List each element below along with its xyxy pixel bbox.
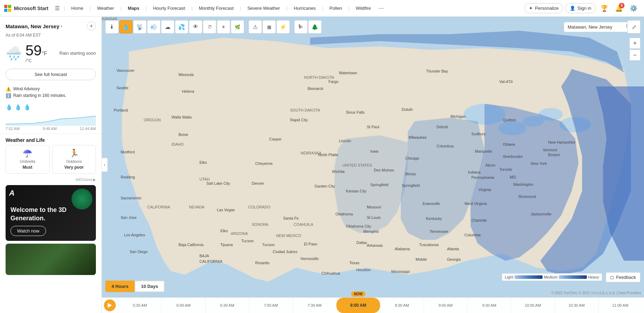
uv-tool-btn[interactable]: ☀ (217, 20, 230, 33)
nav-weather[interactable]: Weather (93, 3, 118, 13)
umbrella-value: Must (23, 165, 32, 170)
map-background (102, 17, 644, 313)
weather-icon: 🌧️ (6, 46, 22, 61)
alert-wind: ⚠️ Wind Advisory (6, 86, 96, 92)
nav-hurricanes[interactable]: Hurricanes (290, 3, 319, 13)
map-container: ‹ Vancouver (102, 17, 644, 313)
visibility-tool-btn[interactable]: 👁 (189, 20, 202, 33)
4hours-btn[interactable]: 4 Hours (105, 281, 135, 292)
nav-pollen[interactable]: Pollen (326, 3, 346, 13)
timeline-slot-530[interactable]: 5:30 AM (118, 298, 161, 313)
dew-tool-btn[interactable]: 🌿 (231, 20, 244, 33)
humidity-tool-btn[interactable]: 💦 (175, 20, 188, 33)
sign-in-label: Sign in (577, 6, 591, 11)
zoom-out-btn[interactable]: − (629, 49, 641, 61)
precip-graph-area (6, 112, 96, 126)
personalize-label: Personalize (535, 6, 559, 11)
location-chevron-icon: › (61, 24, 62, 29)
timeline-slot-830[interactable]: 8:30 AM (380, 298, 424, 313)
pressure-tool-btn[interactable]: ⏱ (203, 20, 216, 33)
feedback-label: Feedback (616, 275, 636, 280)
notification-badge: 5 (619, 3, 624, 8)
trophy-icon-btn[interactable]: 🏆 (598, 2, 611, 15)
timeline-slot-600[interactable]: 6:00 AM (161, 298, 205, 313)
warning-tool-btn[interactable]: ⚠ (249, 20, 262, 33)
watch-now-button[interactable]: Watch now (10, 226, 46, 236)
logo-text: Microsoft Start (14, 6, 48, 11)
section-weather-life-title: Weather and Life (0, 133, 101, 145)
timeline-slot-1100[interactable]: 11:00 AM (598, 298, 642, 313)
nav-hourly[interactable]: Hourly Forecast (150, 3, 189, 13)
add-location-btn[interactable]: + (87, 22, 96, 31)
drop-icon-2: 💧 (15, 104, 22, 110)
feedback-btn[interactable]: ◻ Feedback (606, 272, 641, 282)
drop-icon-3: 💧 (24, 104, 31, 110)
weather-temperature: 59°F/°C (25, 43, 47, 63)
zoom-in-btn[interactable]: + (629, 38, 641, 49)
timeline-slot-730[interactable]: 7:30 AM (293, 298, 336, 313)
nav-more[interactable]: ··· (377, 3, 386, 13)
timeline-slot-700[interactable]: 7:00 AM (249, 298, 293, 313)
location-time: As of 8:04 AM EST (0, 32, 101, 41)
nav-monthly[interactable]: Monthly Forecast (195, 3, 237, 13)
skiing-tool-btn[interactable]: ⛷ (294, 20, 308, 33)
timeline-slot-630[interactable]: 6:30 AM (205, 298, 249, 313)
temperature-tool-btn[interactable]: 🌡 (105, 20, 119, 33)
map-copyright: © 2022 TomTom, © 2022 마이크로소프트 | Data Pro… (551, 291, 641, 296)
see-full-forecast-button[interactable]: See full forecast (6, 69, 96, 80)
outdoors-icon: 🏃 (69, 149, 79, 158)
grid-tool-btn[interactable]: ▦ (263, 20, 276, 33)
timeline-play-btn[interactable] (104, 299, 116, 311)
umbrella-label: Umbrella (20, 159, 35, 163)
legend-light-label: Light (505, 275, 513, 279)
timeline-slot-900[interactable]: 9:00 AM (424, 298, 467, 313)
precipitation-tool-btn[interactable]: 💧 (119, 20, 132, 33)
tree-tool-btn[interactable]: 🌲 (308, 20, 321, 33)
map-zoom-controls: + − (629, 38, 641, 61)
personalize-button[interactable]: ✦ Personalize (524, 3, 563, 13)
top-nav: Microsoft Start ☰ | Home | Weather | Map… (0, 0, 644, 17)
nav-maps[interactable]: Maps (124, 3, 143, 13)
star-icon: ✦ (529, 6, 533, 11)
timeline-slot-930[interactable]: 9:30 AM (467, 298, 511, 313)
map-toolbar: 🌡 💧 📡 💨 ☁ 💦 👁 ⏱ ☀ 🌿 ⚠ ▦ ⚡ ⛷ 🌲 🔍 (105, 20, 641, 33)
timeline-slot-1000[interactable]: 10:00 AM (511, 298, 554, 313)
nav-home[interactable]: Home (68, 3, 87, 13)
hamburger-icon[interactable]: ☰ (55, 5, 60, 12)
radar-tool-btn[interactable]: 📡 (133, 20, 146, 33)
map-legend: Light Medium Heavy (502, 273, 602, 281)
legend-heavy-label: Heavy (588, 275, 599, 279)
location-name[interactable]: Matawan, New Jersey › (6, 23, 62, 29)
separator-2 (292, 22, 292, 32)
nav-wildfire[interactable]: Wildfire (352, 3, 374, 13)
ad-bg-decoration (71, 189, 92, 209)
life-cards: ☂️ Umbrella Must 🏃 Outdoors Very poor (0, 145, 101, 177)
lightning-tool-btn[interactable]: ⚡ (276, 20, 290, 33)
sidebar-collapse-btn[interactable]: ‹ (102, 158, 108, 172)
outdoors-value: Very poor (65, 165, 84, 170)
legend-gradient-bar-2 (559, 275, 587, 279)
sign-in-button[interactable]: 👤 Sign in (565, 3, 596, 13)
alert-rain: ℹ️ Rain starting in 160 minutes. (6, 93, 96, 98)
timeline-slot-800[interactable]: NOW 8:00 AM (336, 298, 380, 313)
settings-btn[interactable]: ⚙️ (627, 2, 640, 15)
precip-times: 7:52 AM 9:48 AM 11:44 AM (6, 127, 96, 131)
timeline-slots: 5:30 AM 6:00 AM 6:30 AM 7:00 AM 7:30 AM … (118, 298, 642, 313)
ms-logo[interactable]: Microsoft Start (4, 5, 48, 12)
cloud-tool-btn[interactable]: ☁ (161, 20, 174, 33)
map-search-input[interactable] (568, 24, 623, 30)
ad-image-area (6, 244, 96, 275)
weather-description: Rain starting soon (59, 51, 96, 56)
map-expand-btn[interactable]: ⤢ (627, 20, 641, 33)
ad-banner[interactable]: A Welcome to the 3DGeneration. Watch now (6, 185, 96, 241)
timeline-slot-1030[interactable]: 10:30 AM (555, 298, 598, 313)
10days-btn[interactable]: 10 Days (135, 281, 164, 292)
wind-tool-btn[interactable]: 💨 (147, 20, 160, 33)
svg-marker-0 (6, 116, 96, 126)
outdoors-card: 🏃 Outdoors Very poor (52, 145, 96, 174)
notifications-btn[interactable]: 🔔 5 (613, 2, 625, 15)
info-icon: ℹ️ (6, 93, 11, 98)
nav-severe[interactable]: Severe Weather (244, 3, 283, 13)
separator-1 (246, 22, 247, 32)
sidebar: Matawan, New Jersey › + As of 8:04 AM ES… (0, 17, 102, 313)
